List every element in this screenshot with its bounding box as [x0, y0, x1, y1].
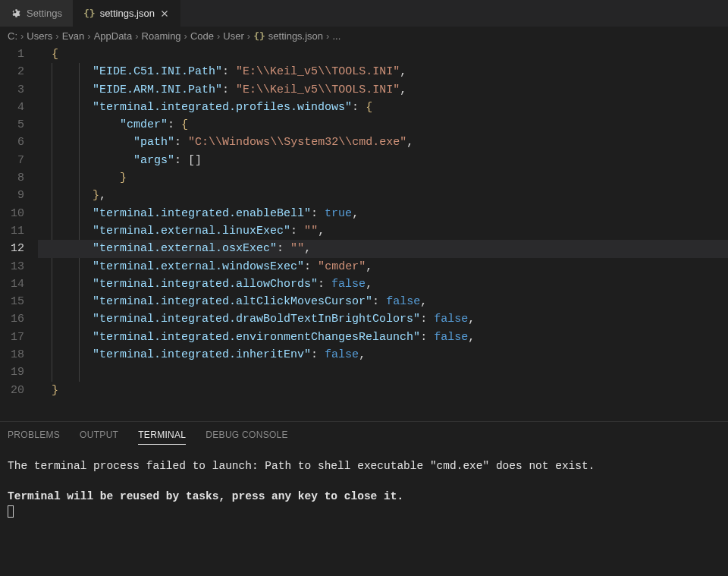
tab-label: settings.json: [100, 8, 155, 19]
crumb-file-label: settings.json: [268, 30, 323, 42]
crumb[interactable]: Roaming: [142, 30, 181, 42]
code-line: "terminal.integrated.environmentChangesR…: [38, 329, 728, 346]
close-icon[interactable]: [159, 8, 170, 19]
code-line: "terminal.integrated.enableBell": true,: [38, 205, 728, 222]
breadcrumb[interactable]: C:› Users› Evan› AppData› Roaming› Code›…: [0, 27, 728, 46]
crumb[interactable]: Users: [27, 30, 52, 42]
chevron-right-icon: ›: [55, 30, 58, 42]
crumb[interactable]: AppData: [94, 30, 133, 42]
code-line: }: [38, 169, 728, 187]
gear-icon: [11, 8, 22, 19]
chevron-right-icon: ›: [326, 30, 329, 42]
terminal-line: Terminal will be reused by tasks, press …: [8, 489, 720, 504]
chevron-right-icon: ›: [135, 30, 138, 42]
code-line: "EIDE.C51.INI.Path": "E:\\Keil_v5\\TOOLS…: [38, 63, 728, 80]
code-line: "terminal.external.windowsExec": "cmder"…: [38, 258, 728, 275]
braces-icon: {}: [253, 30, 265, 42]
code-line: "terminal.integrated.profiles.windows": …: [38, 99, 728, 116]
crumb-file[interactable]: {}settings.json: [253, 30, 323, 42]
crumb[interactable]: Code: [190, 30, 214, 42]
chevron-right-icon: ›: [184, 30, 187, 42]
tab-bar: Settings {} settings.json: [0, 0, 728, 27]
panel-tab-terminal[interactable]: TERMINAL: [138, 430, 186, 445]
code-line: "path": "C:\\Windows\\System32\\cmd.exe"…: [38, 134, 728, 151]
panel-tab-debug[interactable]: DEBUG CONSOLE: [206, 430, 288, 445]
terminal-cursor: [8, 505, 14, 518]
code-line: "terminal.integrated.altClickMovesCursor…: [38, 293, 728, 310]
chevron-right-icon: ›: [217, 30, 220, 42]
code-line: "terminal.integrated.allowChords": false…: [38, 275, 728, 293]
bottom-panel: PROBLEMS OUTPUT TERMINAL DEBUG CONSOLE T…: [0, 421, 728, 576]
chevron-right-icon: ›: [20, 30, 24, 42]
panel-tabs: PROBLEMS OUTPUT TERMINAL DEBUG CONSOLE: [0, 422, 728, 449]
code-line: },: [38, 187, 728, 204]
code-line: "terminal.integrated.inheritEnv": false,: [38, 346, 728, 364]
code-line: "EIDE.ARM.INI.Path": "E:\\Keil_v5\\TOOLS…: [38, 81, 728, 99]
tab-settings[interactable]: Settings: [0, 0, 73, 27]
crumb[interactable]: User: [223, 30, 243, 42]
braces-icon: {}: [83, 8, 96, 19]
terminal-line: The terminal process failed to launch: P…: [8, 458, 720, 474]
code-editor[interactable]: 12345 678910 1112131415 1617181920 { "EI…: [0, 46, 728, 421]
code-line: "terminal.external.linuxExec": "",: [38, 222, 728, 240]
crumb[interactable]: Evan: [62, 30, 85, 42]
code-line: "terminal.external.osxExec": "",: [38, 240, 728, 257]
code-line: "terminal.integrated.drawBoldTextInBrigh…: [38, 310, 728, 328]
tab-label: Settings: [27, 8, 62, 19]
code-area[interactable]: { "EIDE.C51.INI.Path": "E:\\Keil_v5\\TOO…: [38, 46, 728, 421]
panel-tab-problems[interactable]: PROBLEMS: [8, 430, 60, 445]
line-gutter: 12345 678910 1112131415 1617181920: [0, 46, 38, 421]
code-line: {: [38, 46, 728, 63]
chevron-right-icon: ›: [247, 30, 250, 42]
crumb[interactable]: C:: [8, 30, 17, 42]
crumb-overflow[interactable]: ...: [332, 30, 340, 42]
terminal-output[interactable]: The terminal process failed to launch: P…: [0, 449, 728, 519]
tab-settings-json[interactable]: {} settings.json: [73, 0, 180, 27]
code-line: }: [38, 382, 728, 399]
chevron-right-icon: ›: [87, 30, 90, 42]
panel-tab-output[interactable]: OUTPUT: [80, 430, 118, 445]
code-line: "args": []: [38, 152, 728, 169]
code-line: "cmder": {: [38, 116, 728, 134]
code-line: [38, 364, 728, 381]
